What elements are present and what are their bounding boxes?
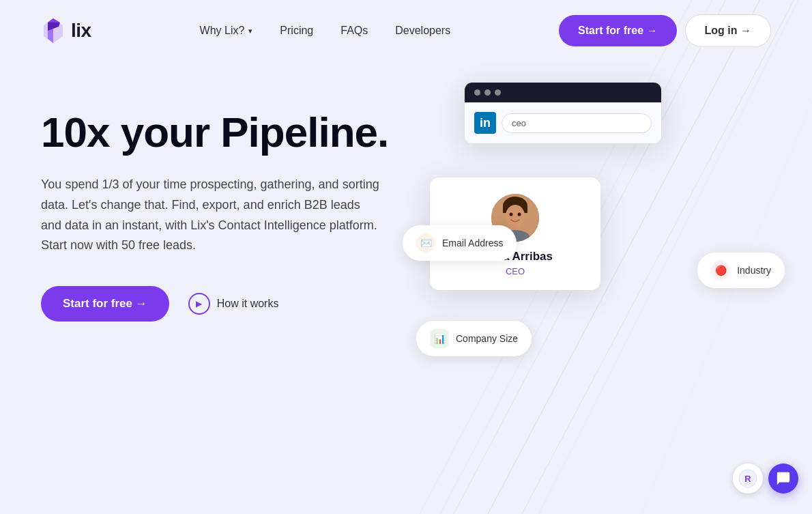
hero-left: 10x your Pipeline. You spend 1/3 of your… [41, 89, 423, 322]
browser-dot-1 [474, 89, 480, 96]
svg-point-11 [510, 213, 513, 216]
hero-start-free-button[interactable]: Start for free → [41, 286, 169, 322]
chip-email: ✉️ Email Address [403, 225, 517, 261]
email-icon: ✉️ [416, 233, 435, 253]
logo-icon [41, 17, 66, 44]
hero-section: 10x your Pipeline. You spend 1/3 of your… [0, 61, 812, 514]
chip-industry: 🔴 Industry [697, 253, 785, 288]
how-it-works-button[interactable]: ▶ How it works [188, 293, 279, 315]
nav-cta: Start for free → Log in → [559, 14, 771, 47]
linkedin-search: ceo [502, 113, 652, 133]
profile-role: CEO [444, 266, 587, 276]
nav-login-button[interactable]: Log in → [685, 14, 771, 47]
svg-point-12 [518, 213, 521, 216]
revain-logo: R [733, 463, 763, 494]
nav-faqs[interactable]: FAQs [340, 25, 368, 36]
browser-dot-3 [495, 89, 501, 96]
chat-icon[interactable] [768, 463, 798, 494]
nav-pricing[interactable]: Pricing [280, 25, 313, 36]
nav-why-lix[interactable]: Why Lix? ▾ [200, 25, 253, 37]
chevron-down-icon: ▾ [248, 27, 252, 35]
play-icon: ▶ [188, 293, 210, 315]
svg-point-10 [506, 205, 525, 227]
revain-widget: R [733, 463, 798, 494]
hero-actions: Start for free → ▶ How it works [41, 286, 423, 322]
nav-start-free-button[interactable]: Start for free → [559, 15, 676, 46]
nav-links: Why Lix? ▾ Pricing FAQs Developers [200, 25, 451, 37]
chip-company-size: 📊 Company Size [416, 321, 532, 356]
company-size-icon: 📊 [430, 329, 449, 348]
industry-icon: 🔴 [711, 261, 730, 280]
logo-text: lix [71, 20, 91, 42]
logo[interactable]: lix [41, 17, 91, 44]
browser-dot-2 [484, 89, 491, 96]
browser-bar [465, 83, 661, 102]
revain-icon: R [738, 469, 757, 488]
navbar: lix Why Lix? ▾ Pricing FAQs Developers S… [0, 0, 812, 61]
browser-mockup: in ceo [464, 82, 662, 144]
hero-description: You spend 1/3 of your time prospecting, … [41, 175, 382, 256]
linkedin-logo: in [474, 112, 496, 134]
hero-right: in ceo [423, 89, 771, 514]
browser-content: in ceo [465, 102, 661, 143]
hero-title: 10x your Pipeline. [41, 109, 423, 156]
svg-text:R: R [744, 474, 751, 484]
linkedin-header: in ceo [474, 112, 652, 134]
nav-developers[interactable]: Developers [395, 25, 450, 36]
